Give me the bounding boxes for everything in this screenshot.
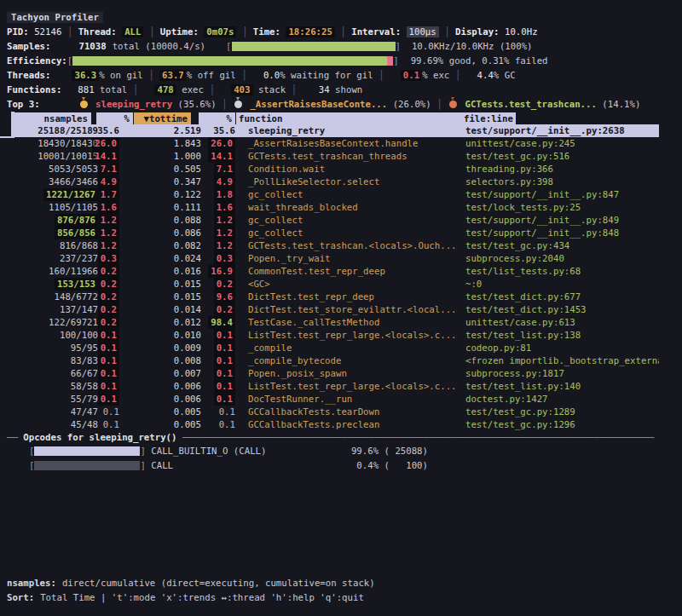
table-row[interactable]: 10001/1001514.11.00014.1GCTests.test_tra…	[7, 150, 659, 163]
stat-separator: │	[143, 70, 159, 81]
table-cell: threading.py:366	[465, 163, 553, 176]
stat-unit: shown	[330, 84, 363, 95]
table-cell: 0.005	[174, 406, 201, 418]
opcode-row: [] CALL0.4% ( 100)	[7, 458, 682, 473]
table-cell: test/support/__init__.py:849	[465, 214, 619, 227]
footer-keys-text: Total Time | 't':mode 'x':trends ↔:threa…	[40, 592, 364, 603]
table-row[interactable]: 47/470.10.0050.1GCCallbackTests.tearDown…	[7, 406, 659, 418]
table-cell: 856/856	[55, 227, 98, 239]
stat-unit: % GC	[494, 70, 516, 81]
table-row[interactable]: 3466/34664.90.3474.9_PollLikeSelector.se…	[7, 176, 659, 188]
table-cell: sleeping_retry	[248, 124, 325, 137]
table-row[interactable]: 55/790.10.0060.1DocTestRunner.__rundocte…	[7, 393, 659, 406]
table-row[interactable]: 1105/11051.60.1111.6wait_threads_blocked…	[7, 201, 659, 214]
footer-legend-label: nsamples:	[7, 578, 56, 589]
table-cell: 7.1	[98, 163, 119, 176]
samples-count: 71038	[78, 41, 106, 52]
table-row[interactable]: 153/1530.20.0150.2<GC>~:0	[7, 278, 659, 291]
stat-unit: % exc	[422, 70, 449, 81]
table-cell: 0.1	[98, 329, 119, 342]
column-header-tottime-sorted[interactable]: ▼tottime	[134, 112, 191, 124]
table-row[interactable]: 122/697210.20.01298.4TestCase._callTestM…	[7, 316, 659, 329]
table-cell: 876/876	[55, 214, 98, 227]
status-label: Thread:	[78, 26, 117, 37]
table-cell: unittest/case.py:613	[465, 316, 575, 329]
footer-legend: nsamples:direct/cumulative (direct=execu…	[7, 576, 682, 590]
selection-cursor-icon: ▶	[1, 124, 5, 137]
table-header: nsamples % ▼tottime % function file:line	[7, 112, 659, 124]
table-cell: 1.2	[214, 227, 235, 239]
table-cell: 148/6772	[55, 291, 98, 303]
table-row[interactable]: 237/2370.30.0240.3Popen._try_waitsubproc…	[7, 252, 659, 265]
table-row[interactable]: 100/1000.10.0100.1ListTest.test_repr_lar…	[7, 329, 659, 342]
table-row[interactable]: 45/480.10.0050.1GCCallbackTests.preclean…	[7, 418, 659, 431]
table-row[interactable]: 5053/50537.10.5057.1Condition.waitthread…	[7, 163, 659, 176]
table-cell: 47/47	[71, 406, 98, 418]
threads-label: Threads:	[7, 70, 50, 81]
threads-row: Threads:36.3% on gil │ 63.7% off gil │ 0…	[7, 68, 682, 83]
table-cell: 0.015	[174, 291, 201, 303]
table-cell: 16.9	[208, 265, 235, 278]
column-header-fileline[interactable]: file:line	[461, 112, 516, 124]
table-row[interactable]: 137/1470.20.0140.2DictTest.test_store_ev…	[7, 303, 659, 316]
table-row[interactable]: 83/830.10.0080.1_compile_bytecode<frozen…	[7, 354, 659, 367]
stat-unit: exec	[176, 84, 204, 95]
table-row[interactable]: ▶25188/2518935.62.51935.6sleeping_retryt…	[7, 124, 659, 137]
table-cell: 1.2	[98, 214, 119, 227]
efficiency-bar	[72, 56, 393, 66]
table-cell: 25188/25189	[38, 124, 98, 137]
table-cell: 160/11966	[49, 265, 98, 278]
table-cell: 0.012	[174, 316, 201, 329]
column-header-pct2[interactable]: %	[199, 112, 235, 124]
column-header-pct1[interactable]: %	[96, 112, 133, 124]
table-cell: GCCallbackTests.tearDown	[248, 406, 379, 418]
table-cell: 0.024	[174, 252, 201, 265]
table-cell: 153/153	[55, 278, 98, 291]
table-cell: 14.1	[208, 150, 235, 163]
table-row[interactable]: 58/580.10.0060.1ListTest.test_repr_large…	[7, 380, 659, 393]
footer-sort-label: Sort:	[7, 592, 34, 603]
table-cell: 237/237	[60, 252, 98, 265]
table-row[interactable]: 95/950.10.0090.1_compilecodeop.py:81	[7, 342, 659, 354]
status-value: 0m07s	[204, 26, 236, 37]
table-row[interactable]: 66/670.10.0070.1Popen._posix_spawnsubpro…	[7, 367, 659, 380]
top3-row: Top 3: sleeping_retry (35.6%) │ _AssertR…	[7, 97, 682, 112]
table-row[interactable]: 160/119660.20.01616.9CommonTest.test_rep…	[7, 265, 659, 278]
table-cell: 0.1	[103, 406, 119, 418]
table-cell: 0.3	[214, 252, 235, 265]
table-row[interactable]: 1221/12671.70.1221.8gc_collecttest/suppo…	[7, 188, 659, 201]
table-cell: DocTestRunner.__run	[248, 393, 352, 406]
table-row[interactable]: 18430/1843026.01.84326.0_AssertRaisesBas…	[7, 137, 659, 150]
table-row[interactable]: 816/8681.20.0821.2GCTests.test_trashcan.…	[7, 239, 659, 252]
column-header-function[interactable]: function	[236, 112, 461, 124]
table-row[interactable]: 148/67720.20.0159.6DictTest.test_repr_de…	[7, 291, 659, 303]
opcode-bar	[34, 461, 140, 470]
efficiency-summary: 99.69% good, 0.31% failed	[411, 55, 548, 66]
functions-row: Functions:881 total │ 478 exec │ 403 sta…	[7, 83, 682, 97]
table-cell: 0.1	[214, 380, 235, 393]
stat-value: 478	[154, 84, 176, 95]
table-cell: 0.3	[98, 252, 119, 265]
table-cell: 4.9	[214, 176, 235, 188]
table-cell: 0.347	[174, 176, 201, 188]
table-row[interactable]: 876/8761.20.0881.2gc_collecttest/support…	[7, 214, 659, 227]
stat-value: 881	[78, 84, 94, 95]
medal-bronze-icon	[449, 101, 457, 108]
table-row[interactable]: 856/8561.20.0861.2gc_collecttest/support…	[7, 227, 659, 239]
table-cell: 7.1	[214, 163, 235, 176]
status-separator: │	[335, 26, 351, 37]
table-cell: 0.2	[214, 303, 235, 316]
table-cell: 3466/3466	[49, 176, 98, 188]
table-cell: 0.009	[174, 342, 201, 354]
table-cell: 26.0	[92, 137, 119, 150]
table-cell: 0.007	[174, 367, 201, 380]
column-header-nsamples[interactable]: nsamples	[12, 112, 91, 124]
table-cell: _AssertRaisesBaseContext.handle	[248, 137, 418, 150]
table-cell: DictTest.test_repr_deep	[248, 291, 374, 303]
table-cell: 0.015	[174, 278, 201, 291]
table-cell: 26.0	[208, 137, 235, 150]
table-cell: 0.1	[98, 342, 119, 354]
table-cell: test/test_list.py:140	[465, 380, 581, 393]
opcode-name: CALL_BUILTIN_O (CALL)	[146, 446, 267, 457]
table-cell: 0.1	[219, 406, 235, 418]
